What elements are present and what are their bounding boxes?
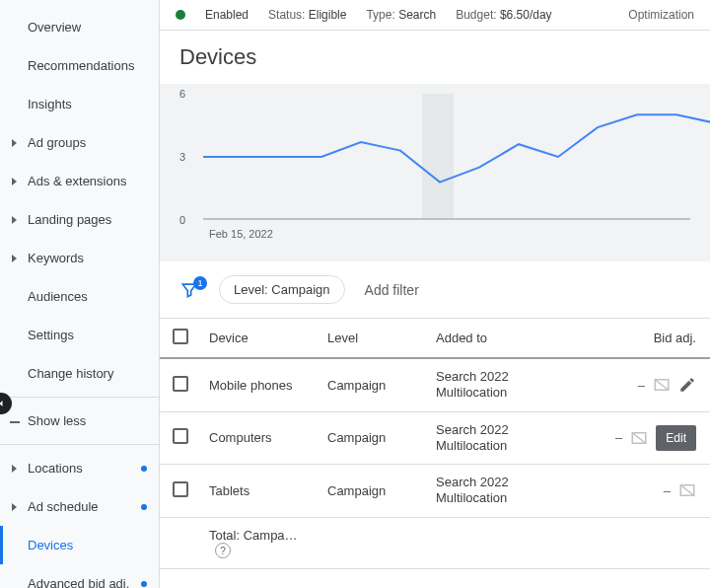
sidebar-item-label: Overview	[28, 20, 81, 35]
optimization-label: Optimization	[628, 8, 694, 22]
header-level[interactable]: Level	[320, 319, 428, 358]
row-checkbox[interactable]	[173, 428, 188, 444]
cell-added: Search 2022 Multilocation	[428, 465, 556, 518]
sidebar-item-devices[interactable]: Devices	[0, 526, 159, 564]
sidebar-item-ad-schedule[interactable]: Ad schedule	[0, 487, 159, 526]
sidebar-item-landing-pages[interactable]: Landing pages	[0, 200, 159, 239]
blue-dot-icon	[141, 466, 147, 472]
added-line1: Search 2022	[436, 422, 548, 438]
chart-inner: 6 3 0 Feb 15, 2022	[179, 94, 690, 242]
status-label: Status:	[268, 8, 305, 22]
total-label-cell: Total: Campa… ?	[201, 517, 320, 569]
level-chip[interactable]: Level: Campaign	[219, 275, 345, 304]
no-data-icon	[630, 429, 648, 447]
y-tick: 6	[179, 88, 185, 100]
sidebar-item-ad-groups[interactable]: Ad groups	[0, 123, 159, 162]
edit-button[interactable]: Edit	[656, 425, 696, 451]
cell-level: Campaign	[320, 465, 428, 518]
table-total-row: Total: Campa… ?	[160, 517, 710, 569]
cell-added: Search 2022 Multilocation	[428, 411, 556, 465]
budget-label: Budget:	[456, 8, 496, 22]
line-chart-path	[203, 94, 710, 220]
sidebar-item-label: Recommendations	[28, 58, 134, 73]
svg-line-1	[655, 380, 669, 391]
header-device[interactable]: Device	[201, 319, 320, 358]
added-line2: Multilocation	[436, 490, 548, 506]
svg-line-5	[680, 485, 694, 496]
y-tick: 3	[179, 151, 185, 163]
sidebar-item-label: Audiences	[28, 289, 88, 304]
sidebar-item-audiences[interactable]: Audiences	[0, 277, 159, 316]
sidebar-item-settings[interactable]: Settings	[0, 316, 159, 354]
added-line2: Multilocation	[436, 438, 548, 454]
filter-icon[interactable]: 1	[179, 280, 199, 300]
sidebar-item-keywords[interactable]: Keywords	[0, 239, 159, 277]
blue-dot-icon	[141, 581, 147, 587]
sidebar-item-label: Devices	[28, 538, 73, 552]
added-line1: Search 2022	[436, 369, 548, 385]
bid-adj-cell: –	[564, 376, 696, 394]
main-content: Enabled Status: Eligible Type: Search Bu…	[160, 0, 710, 588]
table-row[interactable]: Computers Campaign Search 2022 Multiloca…	[160, 411, 710, 465]
x-axis-start-date: Feb 15, 2022	[209, 228, 273, 240]
sidebar-item-label: Landing pages	[28, 212, 111, 227]
cell-level: Campaign	[320, 358, 428, 411]
enabled-label: Enabled	[205, 8, 248, 22]
status-group: Status: Eligible	[268, 8, 346, 22]
sidebar-item-label: Keywords	[28, 251, 84, 265]
pencil-icon[interactable]	[678, 376, 696, 394]
added-line2: Multilocation	[436, 385, 548, 401]
cell-added: Search 2022 Multilocation	[428, 358, 556, 411]
bid-adj-value: –	[638, 378, 645, 393]
y-tick: 0	[179, 214, 185, 226]
cell-device: Mobile phones	[201, 358, 320, 411]
select-all-checkbox[interactable]	[173, 329, 188, 344]
chart-area[interactable]: 6 3 0 Feb 15, 2022	[160, 84, 710, 261]
sidebar-item-change-history[interactable]: Change history	[0, 354, 159, 393]
show-less-label: Show less	[28, 413, 86, 428]
bid-adj-cell: –	[564, 481, 696, 499]
sidebar-item-label: Advanced bid adj.	[28, 576, 129, 588]
row-checkbox[interactable]	[173, 376, 188, 392]
sidebar-item-locations[interactable]: Locations	[0, 449, 159, 487]
filter-bar: 1 Level: Campaign Add filter	[160, 261, 710, 319]
campaign-status-bar: Enabled Status: Eligible Type: Search Bu…	[160, 0, 710, 31]
sidebar-item-recommendations[interactable]: Recommendations	[0, 46, 159, 85]
sidebar-item-label: Ad groups	[28, 135, 86, 150]
devices-table: Device Level Added to Bid adj. Mobile ph…	[160, 319, 710, 569]
sidebar-divider	[0, 397, 159, 398]
sidebar-item-advanced-bid-adj[interactable]: Advanced bid adj.	[0, 564, 159, 588]
sidebar-item-label: Ads & extensions	[28, 174, 126, 188]
no-data-icon	[678, 481, 696, 499]
status-value: Eligible	[309, 8, 347, 22]
cell-device: Tablets	[201, 465, 320, 518]
sidebar-item-label: Ad schedule	[28, 499, 99, 514]
header-bidadj[interactable]: Bid adj.	[556, 319, 710, 358]
sidebar-item-label: Locations	[28, 461, 83, 476]
budget-value: $6.50/day	[500, 8, 552, 22]
sidebar: Overview Recommendations Insights Ad gro…	[0, 0, 160, 588]
table-row[interactable]: Tablets Campaign Search 2022 Multilocati…	[160, 465, 710, 518]
table-header-row: Device Level Added to Bid adj.	[160, 319, 710, 358]
bid-adj-value: –	[615, 430, 622, 445]
info-icon[interactable]: ?	[215, 543, 231, 558]
no-data-icon	[653, 376, 671, 394]
header-added[interactable]: Added to	[428, 319, 556, 358]
blue-dot-icon	[141, 504, 147, 510]
status-dot-icon	[176, 10, 185, 20]
sidebar-item-ads-extensions[interactable]: Ads & extensions	[0, 162, 159, 200]
table-row[interactable]: Mobile phones Campaign Search 2022 Multi…	[160, 358, 710, 411]
filter-count-badge: 1	[193, 276, 207, 290]
bid-adj-value: –	[664, 483, 671, 498]
sidebar-item-overview[interactable]: Overview	[0, 8, 159, 46]
sidebar-show-less[interactable]: Show less	[0, 402, 159, 440]
cell-level: Campaign	[320, 411, 428, 465]
type-label: Type:	[366, 8, 394, 22]
added-line1: Search 2022	[436, 475, 548, 490]
type-group: Type: Search	[366, 8, 436, 22]
row-checkbox[interactable]	[173, 481, 188, 497]
add-filter-button[interactable]: Add filter	[365, 282, 419, 298]
sidebar-item-insights[interactable]: Insights	[0, 85, 159, 123]
type-value: Search	[398, 8, 436, 22]
page-title: Devices	[160, 31, 710, 84]
